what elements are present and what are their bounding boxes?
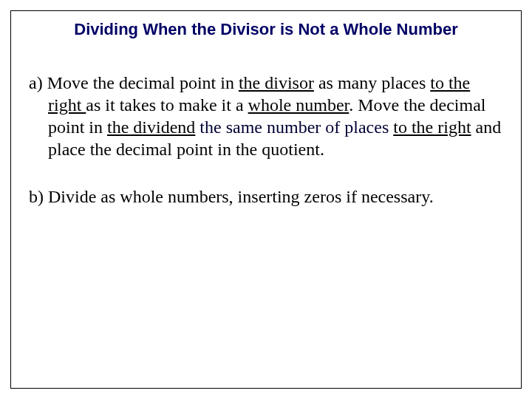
- step-b-label: b): [29, 187, 44, 206]
- step-a-underline-dividend: the dividend: [107, 117, 195, 137]
- step-a-underline-whole-number: whole number: [248, 95, 349, 115]
- body-text: a) Move the decimal point in the divisor…: [29, 72, 503, 208]
- step-a-underline-divisor: the divisor: [239, 73, 314, 92]
- step-b-text: Divide as whole numbers, inserting zeros…: [44, 187, 434, 206]
- step-a-label: a): [29, 73, 43, 92]
- slide-frame: Dividing When the Divisor is Not a Whole…: [10, 10, 522, 389]
- step-a-text-3: as it takes to make it a: [86, 95, 248, 115]
- step-b: b) Divide as whole numbers, inserting ze…: [29, 185, 503, 208]
- step-a-text-5: the same number of places: [195, 117, 393, 137]
- step-a-text-1: Move the decimal point in: [43, 73, 239, 92]
- step-a-text-2: as many places: [314, 73, 430, 92]
- step-a: a) Move the decimal point in the divisor…: [29, 72, 503, 160]
- slide-title: Dividing When the Divisor is Not a Whole…: [29, 20, 503, 39]
- step-a-underline-right-2: to the right: [393, 117, 471, 137]
